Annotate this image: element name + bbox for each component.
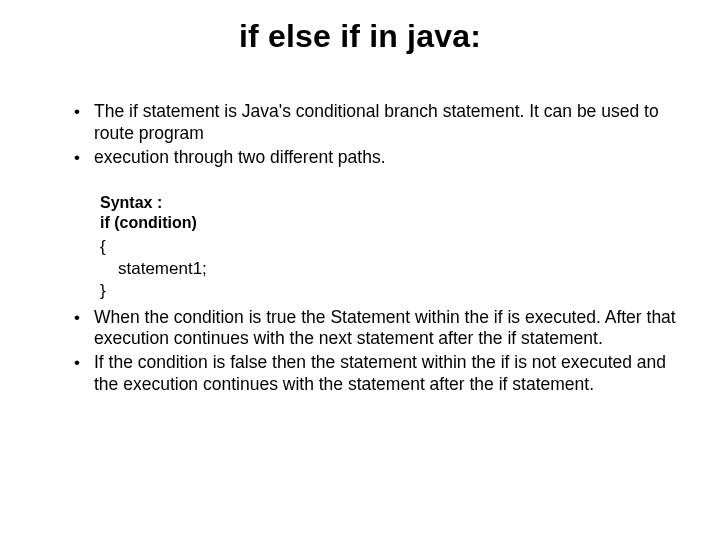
syntax-block: Syntax : if (condition) { statement1; } <box>40 193 680 303</box>
list-item: When the condition is true the Statement… <box>74 307 680 351</box>
list-item: If the condition is false then the state… <box>74 352 680 396</box>
syntax-open-brace: { <box>100 236 680 258</box>
bullet-list: When the condition is true the Statement… <box>40 307 680 397</box>
syntax-condition: if (condition) <box>100 213 680 234</box>
syntax-close-brace: } <box>100 280 680 302</box>
slide: if else if in java: The if statement is … <box>0 0 720 540</box>
bullet-list: The if statement is Java's conditional b… <box>40 101 680 169</box>
page-title: if else if in java: <box>40 18 680 55</box>
syntax-label: Syntax : <box>100 193 680 214</box>
list-item: execution through two different paths. <box>74 147 680 169</box>
spacer <box>40 171 680 193</box>
list-item: The if statement is Java's conditional b… <box>74 101 680 145</box>
syntax-statement: statement1; <box>100 258 680 280</box>
